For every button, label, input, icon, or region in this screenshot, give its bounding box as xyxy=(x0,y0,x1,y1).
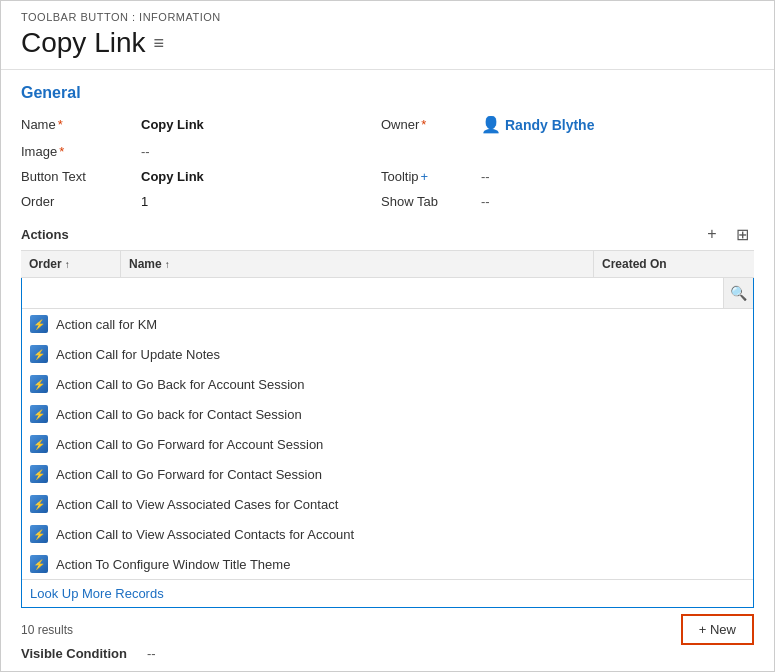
list-item-label: Action call for KM xyxy=(56,317,157,332)
image-value: -- xyxy=(141,144,341,159)
general-section-title: General xyxy=(1,70,774,110)
page-wrapper: TOOLBAR BUTTON : INFORMATION Copy Link ≡… xyxy=(0,0,775,672)
actions-header: Actions + ⊞ xyxy=(1,214,774,250)
list-item[interactable]: ⚡Action Call to View Associated Cases fo… xyxy=(22,489,753,519)
actions-icons: + ⊞ xyxy=(700,222,754,246)
search-input[interactable] xyxy=(22,280,723,307)
toolbar-label: TOOLBAR BUTTON : INFORMATION xyxy=(1,1,774,23)
dropdown-list: ⚡Action call for KM⚡Action Call for Upda… xyxy=(22,309,753,579)
visible-condition-label: Visible Condition xyxy=(21,646,127,661)
order-label: Order xyxy=(21,194,141,209)
page-title-bar: Copy Link ≡ xyxy=(1,23,774,70)
show-tab-value: -- xyxy=(481,194,681,209)
action-icon: ⚡ xyxy=(30,465,48,483)
buttontext-tooltip-row: Button Text Copy Link Tooltip+ -- xyxy=(21,164,754,189)
action-icon: ⚡ xyxy=(30,435,48,453)
createdon-column-header[interactable]: Created On xyxy=(594,251,754,277)
owner-label: Owner* xyxy=(381,117,481,132)
action-icon: ⚡ xyxy=(30,525,48,543)
tooltip-value: -- xyxy=(481,169,681,184)
name-label: Name* xyxy=(21,117,141,132)
list-item[interactable]: ⚡Action Call to Go Back for Account Sess… xyxy=(22,369,753,399)
list-item[interactable]: ⚡Action Call to Go Forward for Contact S… xyxy=(22,459,753,489)
list-item-label: Action Call to Go Forward for Account Se… xyxy=(56,437,323,452)
new-button[interactable]: + New xyxy=(681,614,754,645)
action-icon: ⚡ xyxy=(30,375,48,393)
grid-view-button[interactable]: ⊞ xyxy=(730,222,754,246)
order-column-header[interactable]: Order↑ xyxy=(21,251,121,277)
list-item[interactable]: ⚡Action To Configure Window Title Theme xyxy=(22,549,753,579)
menu-icon[interactable]: ≡ xyxy=(154,33,165,54)
search-button[interactable]: 🔍 xyxy=(723,278,753,308)
name-owner-row: Name* Copy Link Owner* 👤 Randy Blythe xyxy=(21,110,754,139)
lookup-more-link[interactable]: Look Up More Records xyxy=(22,579,753,607)
order-showtab-row: Order 1 Show Tab -- xyxy=(21,189,754,214)
list-item[interactable]: ⚡Action call for KM xyxy=(22,309,753,339)
owner-group: Owner* 👤 Randy Blythe xyxy=(381,115,594,134)
list-item[interactable]: ⚡Action Call to Go Forward for Account S… xyxy=(22,429,753,459)
list-item-label: Action Call to Go Forward for Contact Se… xyxy=(56,467,322,482)
person-icon: 👤 xyxy=(481,115,501,134)
action-icon: ⚡ xyxy=(30,315,48,333)
list-item-label: Action To Configure Window Title Theme xyxy=(56,557,290,572)
owner-link[interactable]: Randy Blythe xyxy=(505,117,594,133)
button-text-value: Copy Link xyxy=(141,169,341,184)
form-grid: Name* Copy Link Owner* 👤 Randy Blythe Im… xyxy=(1,110,774,214)
visible-condition-row: Visible Condition -- xyxy=(21,646,156,661)
bottom-row: 10 results + New xyxy=(1,608,774,651)
action-icon: ⚡ xyxy=(30,345,48,363)
image-row: Image* -- xyxy=(21,139,754,164)
search-row: 🔍 xyxy=(22,278,753,309)
table-header: Order↑ Name↑ Created On xyxy=(21,250,754,278)
show-tab-label: Show Tab xyxy=(381,194,481,209)
list-item-label: Action Call to Go Back for Account Sessi… xyxy=(56,377,305,392)
list-item[interactable]: ⚡Action Call to View Associated Contacts… xyxy=(22,519,753,549)
lookup-dropdown: 🔍 ⚡Action call for KM⚡Action Call for Up… xyxy=(21,278,754,608)
name-value: Copy Link xyxy=(141,117,341,132)
tooltip-group: Tooltip+ -- xyxy=(381,169,681,184)
name-column-header[interactable]: Name↑ xyxy=(121,251,594,277)
owner-value-group: 👤 Randy Blythe xyxy=(481,115,594,134)
list-item-label: Action Call for Update Notes xyxy=(56,347,220,362)
action-icon: ⚡ xyxy=(30,555,48,573)
list-item[interactable]: ⚡Action Call to Go back for Contact Sess… xyxy=(22,399,753,429)
list-item-label: Action Call to Go back for Contact Sessi… xyxy=(56,407,302,422)
button-text-label: Button Text xyxy=(21,169,141,184)
action-icon: ⚡ xyxy=(30,405,48,423)
list-item-label: Action Call to View Associated Contacts … xyxy=(56,527,354,542)
tooltip-label: Tooltip+ xyxy=(381,169,481,184)
actions-label: Actions xyxy=(21,227,69,242)
order-value: 1 xyxy=(141,194,341,209)
list-item[interactable]: ⚡Action Call for Update Notes xyxy=(22,339,753,369)
action-icon: ⚡ xyxy=(30,495,48,513)
image-label: Image* xyxy=(21,144,141,159)
showtab-group: Show Tab -- xyxy=(381,194,681,209)
add-action-button[interactable]: + xyxy=(700,222,724,246)
list-item-label: Action Call to View Associated Cases for… xyxy=(56,497,338,512)
page-title-text: Copy Link xyxy=(21,27,146,59)
results-count: 10 results xyxy=(21,623,73,637)
visible-condition-value: -- xyxy=(147,646,156,661)
